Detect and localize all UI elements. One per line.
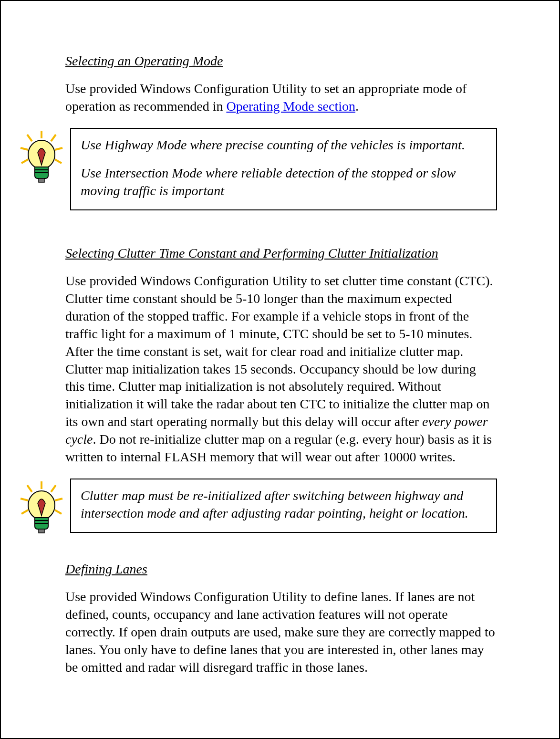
lightbulb-icon <box>18 130 65 192</box>
section1-paragraph: Use provided Windows Configuration Utili… <box>65 80 497 115</box>
operating-mode-link[interactable]: Operating Mode section <box>226 99 355 114</box>
svg-line-15 <box>55 499 62 500</box>
section2-para-after-emph: . Do not re-initialize clutter map on a … <box>65 432 492 464</box>
svg-line-1 <box>27 135 32 141</box>
lightbulb-icon-wrap <box>13 479 70 542</box>
svg-line-14 <box>21 499 28 500</box>
svg-line-16 <box>21 510 28 514</box>
section1-para-text-after: . <box>355 99 359 114</box>
svg-line-5 <box>21 159 28 163</box>
section1-heading: Selecting an Operating Mode <box>65 53 497 69</box>
section2-paragraph: Use provided Windows Configuration Utili… <box>65 272 497 466</box>
section1-callout-p2: Use Intersection Mode where reliable det… <box>81 165 487 200</box>
section3-paragraph: Use provided Windows Configuration Utili… <box>65 588 497 677</box>
svg-rect-21 <box>39 529 44 533</box>
svg-line-4 <box>55 148 62 150</box>
svg-line-2 <box>51 135 56 141</box>
lightbulb-icon-wrap <box>13 128 70 192</box>
svg-rect-10 <box>39 178 44 182</box>
document-page: Selecting an Operating Mode Use provided… <box>0 0 560 739</box>
section2-callout: Clutter map must be re-initialized after… <box>13 479 497 542</box>
svg-line-13 <box>51 485 56 492</box>
section1-callout-box: Use Highway Mode where precise counting … <box>70 128 497 210</box>
svg-line-3 <box>21 148 28 150</box>
svg-line-12 <box>27 485 32 492</box>
section1-callout: Use Highway Mode where precise counting … <box>13 128 497 210</box>
svg-line-17 <box>55 510 62 514</box>
section2-heading: Selecting Clutter Time Constant and Perf… <box>65 246 497 261</box>
section2-callout-p1: Clutter map must be re-initialized after… <box>81 487 487 522</box>
section2-callout-box: Clutter map must be re-initialized after… <box>70 479 497 533</box>
section2-para-before-emph: Use provided Windows Configuration Utili… <box>65 273 493 429</box>
svg-line-6 <box>55 159 62 163</box>
section1-callout-p1: Use Highway Mode where precise counting … <box>81 136 487 154</box>
section3-heading: Defining Lanes <box>65 562 497 577</box>
lightbulb-icon <box>18 480 65 542</box>
